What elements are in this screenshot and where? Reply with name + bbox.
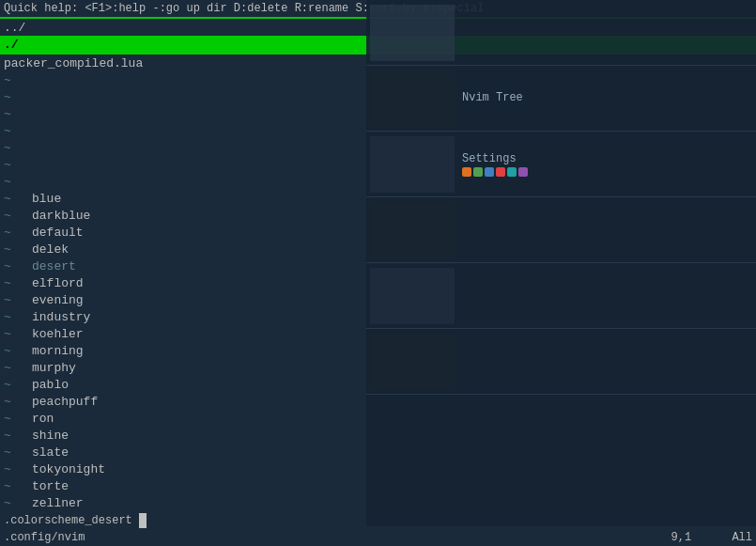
scheme-name: morning — [32, 343, 84, 358]
packer-compiled-label: packer_compiled.lua — [4, 56, 143, 70]
tilde: ~ — [4, 411, 32, 426]
scheme-name: delek — [32, 242, 69, 257]
tilde: ~ — [4, 292, 32, 307]
color-dot — [507, 167, 517, 177]
tilde: ~ — [4, 225, 32, 240]
tilde: ~ — [4, 72, 32, 87]
scheme-name: tokyonight — [32, 461, 105, 476]
tilde: ~ — [4, 360, 32, 375]
parent-dir-label: ../ — [4, 21, 25, 35]
tilde: ~ — [4, 377, 32, 392]
tilde: ~ — [4, 242, 32, 257]
panel-thumbnail — [370, 5, 455, 61]
bottom-filename-text: .colorscheme_desert — [4, 514, 132, 527]
panel-info: Nvim Tree — [462, 91, 752, 106]
color-dot — [496, 167, 505, 177]
tilde: ~ — [4, 157, 32, 172]
panel-row — [366, 329, 756, 395]
panel-thumbnail — [370, 136, 455, 193]
color-dots — [462, 167, 752, 177]
scheme-name: zellner — [32, 495, 84, 510]
panel-title: Nvim Tree — [462, 91, 752, 104]
tilde: ~ — [4, 394, 32, 409]
tilde: ~ — [4, 208, 32, 223]
panel-thumbnail — [370, 70, 455, 127]
tilde: ~ — [4, 106, 32, 121]
tilde: ~ — [4, 445, 32, 460]
scheme-name: slate — [32, 445, 69, 460]
cursor-block — [139, 513, 147, 528]
tilde: ~ — [4, 326, 32, 341]
tilde: ~ — [4, 428, 32, 443]
panel-title: Settings — [462, 152, 752, 165]
panel-thumbnail — [370, 334, 455, 390]
panel-row — [366, 0, 756, 66]
tilde: ~ — [4, 89, 32, 104]
color-dot — [485, 167, 494, 177]
scheme-name: industry — [32, 309, 90, 324]
scheme-name: peachpuff — [32, 394, 98, 409]
panel-row — [366, 263, 756, 329]
current-dir-label: ./ — [4, 38, 19, 52]
scheme-name: pablo — [32, 377, 69, 392]
tilde: ~ — [4, 461, 32, 476]
scheme-name: koehler — [32, 326, 84, 341]
scheme-name: elflord — [32, 275, 84, 290]
tilde: ~ — [4, 478, 32, 493]
scheme-name: murphy — [32, 360, 76, 375]
scheme-name: default — [32, 225, 84, 240]
tilde: ~ — [4, 174, 32, 189]
tilde: ~ — [4, 123, 32, 138]
tilde: ~ — [4, 258, 32, 273]
right-panel: Nvim TreeSettings — [366, 0, 756, 526]
status-bar: .config/nvim 9,1 All — [0, 527, 756, 546]
cursor-position: 9,1 — [671, 531, 692, 544]
status-right: 9,1 All — [671, 529, 752, 545]
panel-info: Settings — [462, 152, 752, 177]
scheme-name: darkblue — [32, 208, 90, 223]
color-dot — [473, 167, 483, 177]
tilde: ~ — [4, 191, 32, 206]
color-dot — [518, 167, 528, 177]
scheme-name: shine — [32, 428, 69, 443]
tilde: ~ — [4, 343, 32, 358]
panel-thumbnail — [370, 268, 455, 324]
panel-row — [366, 197, 756, 263]
tilde: ~ — [4, 495, 32, 510]
tilde: ~ — [4, 140, 32, 155]
panel-row: Settings — [366, 132, 756, 197]
scheme-name: ron — [32, 411, 54, 426]
scroll-position: All — [732, 531, 752, 544]
status-left: .config/nvim — [4, 529, 85, 545]
scheme-name: blue — [32, 191, 61, 206]
scheme-name: torte — [32, 478, 69, 493]
scheme-name: evening — [32, 292, 84, 307]
tilde: ~ — [4, 309, 32, 324]
scheme-name: desert — [32, 258, 76, 273]
tilde: ~ — [4, 275, 32, 290]
panel-thumbnail — [370, 202, 455, 258]
color-dot — [462, 167, 471, 177]
terminal: Quick help: <F1>:help -:go up dir D:dele… — [0, 0, 756, 546]
panel-row: Nvim Tree — [366, 66, 756, 132]
